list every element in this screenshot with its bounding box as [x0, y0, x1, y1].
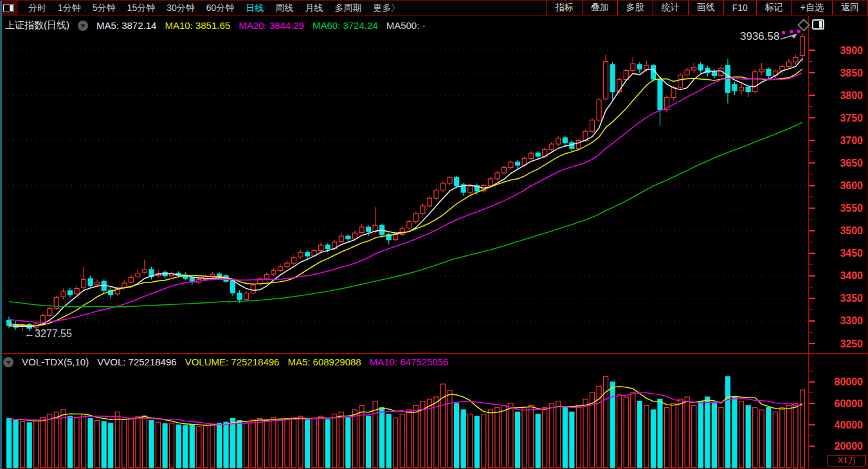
svg-text:3300: 3300: [840, 315, 863, 326]
period-item-6[interactable]: 日线: [240, 1, 269, 15]
svg-text:3600: 3600: [840, 180, 863, 191]
tool-item-4[interactable]: 画线: [688, 1, 723, 15]
vol-ma10-readout: MA10: 647525056: [370, 356, 449, 367]
svg-text:3350: 3350: [840, 293, 863, 304]
volume-values-row: VVOL: 725218496VOLUME: 725218496MA5: 608…: [97, 356, 448, 367]
tool-item-6[interactable]: 标记: [756, 1, 791, 15]
svg-text:3650: 3650: [840, 158, 863, 169]
chart-canvas[interactable]: 3900385038003750370036503600355035003450…: [0, 1, 868, 469]
top-toolbar: 分时1分钟5分钟15分钟30分钟60分钟日线周线月线多周期更多〉 指标叠加多股统…: [0, 1, 868, 15]
collapse-chevron-icon[interactable]: [78, 21, 88, 31]
vvol-readout: VVOL: 725218496: [97, 356, 176, 367]
period-item-8[interactable]: 月线: [299, 1, 329, 15]
volume-indicator-name: VOL-TDX(5,10): [22, 356, 89, 367]
period-item-3[interactable]: 15分钟: [122, 1, 161, 15]
tools-menu: 指标叠加多股统计画线F10标记+自选返回: [547, 1, 868, 15]
window-left-edge: [0, 1, 2, 469]
period-item-10[interactable]: 更多〉: [367, 1, 406, 15]
svg-text:3850: 3850: [840, 68, 863, 78]
svg-text:3400: 3400: [840, 270, 863, 281]
collapse-chevron-icon[interactable]: [3, 357, 14, 367]
tool-item-8[interactable]: 返回: [832, 1, 867, 15]
volume-readout: VOLUME: 725218496: [185, 356, 280, 367]
period-menu: 分时1分钟5分钟15分钟30分钟60分钟日线周线月线多周期更多〉: [17, 1, 406, 15]
tool-item-1[interactable]: 叠加: [582, 1, 617, 15]
tool-item-5[interactable]: F10: [723, 1, 756, 15]
split-view-icon[interactable]: [812, 19, 824, 30]
ma5-readout: MA5: 3872.14: [96, 20, 156, 31]
main-chart-header: 上证指数(日线) MA5: 3872.14MA10: 3851.65MA20: …: [5, 19, 426, 32]
latest-high-label: 3936.58: [740, 30, 779, 43]
period-item-0[interactable]: 分时: [23, 1, 52, 15]
tool-item-0[interactable]: 指标: [547, 1, 582, 15]
volume-unit-label: X1万: [827, 455, 866, 466]
period-item-9[interactable]: 多周期: [329, 1, 367, 15]
ma60-readout: MA60: 3724.24: [312, 20, 378, 31]
period-item-7[interactable]: 周线: [269, 1, 299, 15]
svg-text:3550: 3550: [840, 203, 863, 214]
tool-item-2[interactable]: 多股: [617, 1, 653, 15]
svg-text:3500: 3500: [840, 225, 863, 236]
tool-item-7[interactable]: +自选: [791, 1, 832, 15]
period-item-5[interactable]: 60分钟: [201, 1, 240, 15]
symbol-title: 上证指数(日线): [5, 19, 69, 32]
tdx-terminal-window: 分时1分钟5分钟15分钟30分钟60分钟日线周线月线多周期更多〉 指标叠加多股统…: [0, 0, 868, 469]
ma-values-row: MA5: 3872.14MA10: 3851.65MA20: 3844.29MA…: [96, 20, 426, 31]
svg-text:3700: 3700: [840, 135, 863, 146]
period-item-1[interactable]: 1分钟: [52, 1, 87, 15]
ma500-readout: MA500: -: [386, 20, 426, 31]
volume-pane-header: VOL-TDX(5,10) VVOL: 725218496VOLUME: 725…: [3, 356, 448, 367]
ma10-readout: MA10: 3851.65: [165, 20, 230, 31]
svg-text:3900: 3900: [840, 45, 863, 56]
svg-text:60000: 60000: [835, 398, 863, 409]
period-item-4[interactable]: 30分钟: [161, 1, 201, 15]
vol-ma5-readout: MA5: 608929088: [287, 356, 361, 367]
svg-text:3750: 3750: [840, 113, 863, 124]
svg-text:3800: 3800: [840, 90, 863, 101]
ma20-readout: MA20: 3844.29: [239, 20, 304, 31]
svg-text:80000: 80000: [835, 376, 863, 387]
svg-text:40000: 40000: [835, 419, 863, 430]
split-window-icon: [3, 4, 14, 12]
svg-text:20000: 20000: [835, 441, 863, 452]
panel-layout-icon[interactable]: [0, 1, 17, 15]
tool-item-3[interactable]: 统计: [653, 1, 688, 15]
svg-text:3450: 3450: [840, 248, 863, 259]
lowest-price-label: ←3277.55: [24, 328, 72, 340]
period-item-2[interactable]: 5分钟: [87, 1, 122, 15]
svg-text:3250: 3250: [840, 338, 863, 349]
